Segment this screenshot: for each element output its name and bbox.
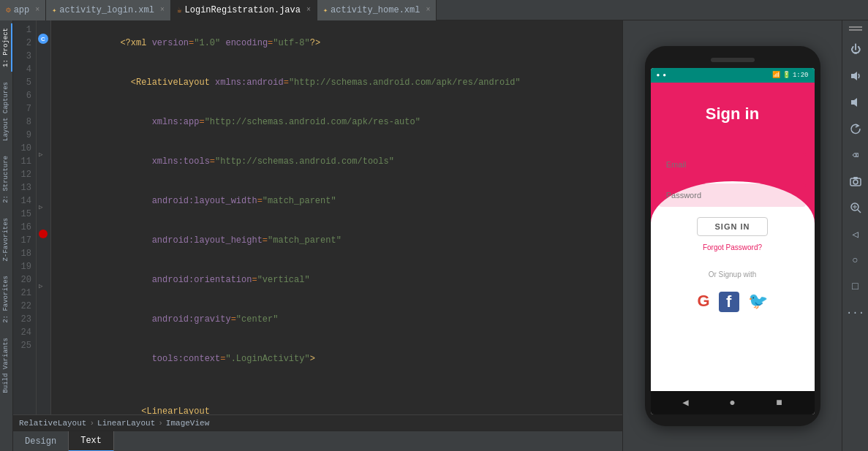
eraser-icon[interactable]: ⌫	[848, 148, 863, 162]
collapse-arrow-22[interactable]: ▷	[39, 282, 42, 290]
line-numbers: 1 2 3 4 5 6 7 8 9 10 11 12 13 14 15 16 1	[13, 20, 37, 414]
collapse-arrow-15[interactable]: ▷	[39, 203, 42, 211]
phone-form: SIGN IN Forgot Password? Or Signup with …	[659, 138, 807, 312]
tab-activity-home[interactable]: ✦ activity_home.xml ×	[317, 0, 437, 20]
code-line-1: <?xml version="1.0" encoding="utf-8"?>	[51, 23, 622, 63]
breadcrumb-image-view: ImageView	[166, 419, 209, 428]
status-signal-icon: ●	[663, 72, 666, 78]
svg-line-6	[858, 210, 861, 213]
code-line-8: android:gravity="center"	[51, 300, 622, 339]
sidebar-item-favorites[interactable]: 2: Favorites	[1, 271, 12, 327]
app-icon: ⚙	[6, 5, 11, 15]
status-wifi-icon: ●	[657, 72, 660, 78]
nav-square-button[interactable]: ■	[776, 397, 782, 409]
sidebar-item-structure[interactable]: 2: Structure	[1, 151, 12, 208]
status-icons: 📶 🔋 1:20	[772, 71, 809, 79]
xml-icon: ✦	[52, 6, 56, 15]
java-icon: ☕	[177, 5, 182, 15]
tab-bar: ⚙ app × ✦ activity_login.xml × ☕ LoginRe…	[0, 0, 868, 20]
tab-login-close[interactable]: ×	[160, 6, 165, 14]
square-nav-icon[interactable]: □	[848, 279, 863, 294]
xml-icon2: ✦	[323, 6, 328, 15]
rotate-icon[interactable]	[848, 121, 863, 136]
svg-marker-0	[851, 72, 857, 80]
facebook-signin-icon[interactable]: f	[719, 292, 739, 312]
breakpoint-line17[interactable]	[39, 230, 48, 238]
phone-device: ● ● 📶 🔋 1:20 Sign in	[645, 46, 820, 426]
phone-panel: ● ● 📶 🔋 1:20 Sign in	[622, 20, 842, 451]
breadcrumb-linear-layout: LinearLayout	[97, 419, 155, 428]
phone-signin-button[interactable]: SIGN IN	[697, 217, 769, 236]
svg-rect-4	[853, 177, 858, 179]
code-line-10	[51, 379, 622, 392]
phone-screen: ● ● 📶 🔋 1:20 Sign in	[651, 68, 815, 414]
tab-login-registration[interactable]: ☕ LoginRegistration.java ×	[171, 0, 317, 20]
sidebar-item-build-variants[interactable]: Build Variants	[1, 333, 12, 398]
circle-nav-icon[interactable]: ○	[848, 253, 863, 268]
twitter-signin-icon[interactable]: 🐦	[748, 292, 768, 312]
tab-java-close[interactable]: ×	[306, 6, 311, 14]
sidebar-item-layout-captures[interactable]: Layout Captures	[1, 77, 12, 145]
phone-app-content: Sign in SIGN IN Forgot Password? Or Sign…	[651, 83, 815, 391]
phone-speaker	[711, 58, 755, 62]
right-sidebar: ⏻ ⌫	[842, 20, 868, 451]
status-time: 1:20	[793, 72, 809, 79]
nav-home-button[interactable]: ●	[729, 397, 735, 409]
code-line-2: <RelativeLayout xmlns:android="http://sc…	[51, 63, 622, 102]
status-battery-icon: 🔋	[782, 71, 790, 79]
phone-email-input[interactable]	[659, 153, 807, 176]
breadcrumb-relative-layout: RelativeLayout	[19, 419, 86, 428]
gutter: C ▷ ▷ ▷	[37, 20, 51, 414]
phone-password-input[interactable]	[659, 183, 807, 207]
code-line-5: android:layout_width="match_parent"	[51, 181, 622, 221]
tab-activity-login[interactable]: ✦ activity_login.xml ×	[46, 0, 171, 20]
bottom-tabs: Design Text	[13, 431, 622, 451]
left-sidebar: 1: Project Layout Captures 2: Structure …	[0, 20, 13, 451]
status-wifi2-icon: 📶	[772, 71, 780, 79]
phone-or-text: Or Signup with	[709, 270, 757, 278]
more-icon[interactable]: ···	[848, 306, 863, 320]
tab-design[interactable]: Design	[13, 431, 69, 452]
google-signin-icon[interactable]: G	[697, 292, 709, 312]
phone-forgot-password[interactable]: Forgot Password?	[703, 243, 762, 251]
camera-icon[interactable]	[848, 174, 863, 189]
nav-back-button[interactable]: ◀	[682, 396, 688, 409]
sidebar-item-z-favorites[interactable]: Z-Favorites	[1, 213, 12, 265]
code-line-6: android:layout_height="match_parent"	[51, 221, 622, 260]
svg-point-3	[853, 180, 858, 184]
power-icon[interactable]: ⏻	[848, 42, 863, 57]
tab-text[interactable]: Text	[69, 431, 114, 452]
back-nav-icon[interactable]: ◁	[848, 227, 863, 241]
volume-down-icon[interactable]	[848, 95, 863, 110]
line2-badge: C	[38, 34, 48, 44]
phone-nav-bar: ◀ ● ■	[651, 391, 815, 414]
code-content[interactable]: <?xml version="1.0" encoding="utf-8"?> <…	[51, 20, 622, 414]
code-line-7: android:orientation="vertical"	[51, 260, 622, 300]
tab-app[interactable]: ⚙ app ×	[0, 0, 46, 20]
collapse-arrow-11[interactable]: ▷	[39, 151, 42, 159]
zoom-icon[interactable]	[848, 200, 863, 215]
phone-signin-title: Sign in	[706, 105, 759, 124]
phone-status-bar: ● ● 📶 🔋 1:20	[651, 68, 815, 83]
phone-social-icons: G f 🐦	[697, 292, 767, 312]
volume-up-icon[interactable]	[848, 69, 863, 83]
code-line-9: tools:context=".LoginActivity">	[51, 339, 622, 379]
sidebar-item-project[interactable]: 1: Project	[1, 23, 12, 72]
code-editor: 1 2 3 4 5 6 7 8 9 10 11 12 13 14 15 16 1	[13, 20, 622, 451]
tab-home-close[interactable]: ×	[426, 6, 430, 14]
breadcrumb: RelativeLayout › LinearLayout › ImageVie…	[13, 414, 622, 431]
code-line-11: <LinearLayout	[51, 392, 622, 414]
code-line-3: xmlns:app="http://schemas.android.com/ap…	[51, 102, 622, 142]
svg-marker-1	[851, 98, 857, 107]
tab-app-close[interactable]: ×	[35, 6, 39, 14]
code-line-4: xmlns:tools="http://schemas.android.com/…	[51, 142, 622, 181]
